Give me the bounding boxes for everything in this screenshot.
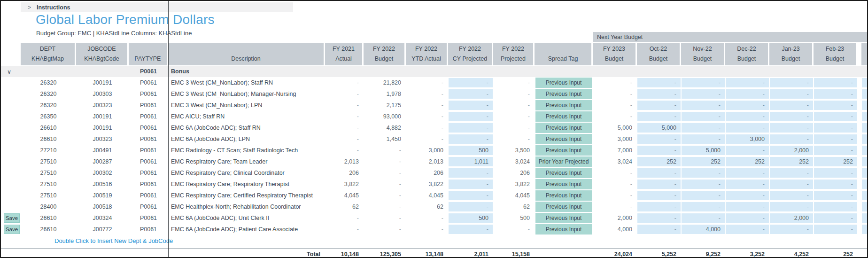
month-budget-input-cell[interactable]: 5,000 <box>637 123 681 133</box>
month-budget-input-cell[interactable]: - <box>726 112 769 121</box>
month-budget-input-cell[interactable]: - <box>814 134 857 144</box>
month-budget-input-cell[interactable]: - <box>814 146 857 155</box>
month-budget-input-cell[interactable]: - <box>814 123 857 133</box>
month-budget-input-cell[interactable]: - <box>637 191 681 200</box>
month-budget-input-partial[interactable] <box>862 134 868 144</box>
month-budget-input-cell[interactable]: - <box>814 89 857 99</box>
instructions-section-header[interactable]: > Instructions <box>21 2 293 12</box>
cy-projected-input-cell[interactable]: 500 <box>449 213 493 223</box>
save-button[interactable]: Save <box>4 213 20 223</box>
spread-tag-cell[interactable]: Previous Input <box>535 111 592 122</box>
month-budget-input-cell[interactable]: - <box>726 146 769 155</box>
month-budget-input-cell[interactable]: - <box>770 123 813 133</box>
month-budget-input-cell[interactable]: - <box>726 191 769 200</box>
month-budget-input-cell[interactable]: - <box>814 78 857 87</box>
spread-tag-cell[interactable]: Previous Input <box>535 179 592 189</box>
month-budget-input-cell[interactable]: - <box>682 213 725 223</box>
month-budget-input-cell[interactable]: - <box>770 112 813 121</box>
month-budget-input-cell[interactable]: - <box>726 202 769 211</box>
month-budget-input-cell[interactable]: - <box>682 101 725 110</box>
month-budget-input-cell[interactable]: - <box>637 89 681 99</box>
cy-projected-input-cell[interactable]: - <box>449 225 493 234</box>
spread-tag-cell[interactable]: Prior Year Projected <box>535 156 592 167</box>
month-budget-input-cell[interactable]: - <box>637 213 681 223</box>
month-budget-input-cell[interactable]: - <box>726 213 769 223</box>
month-budget-input-cell[interactable]: 5,000 <box>682 146 725 155</box>
month-budget-input-cell[interactable]: 252 <box>726 157 769 166</box>
cy-projected-input-cell[interactable]: - <box>449 101 493 110</box>
month-budget-input-cell[interactable]: - <box>682 123 725 133</box>
cy-projected-input-cell[interactable]: - <box>449 134 493 144</box>
month-budget-input-cell[interactable]: - <box>637 134 681 144</box>
month-budget-input-cell[interactable]: - <box>682 89 725 99</box>
cy-projected-input-cell[interactable]: - <box>449 89 493 99</box>
month-budget-input-cell[interactable]: - <box>770 78 813 87</box>
cy-projected-input-cell[interactable]: - <box>449 123 493 133</box>
month-budget-input-cell[interactable]: 252 <box>682 157 725 166</box>
month-budget-input-cell[interactable]: 2,000 <box>770 213 813 223</box>
month-budget-input-cell[interactable]: - <box>770 191 813 200</box>
month-budget-input-cell[interactable]: - <box>770 225 813 234</box>
month-budget-input-cell[interactable]: - <box>637 168 681 178</box>
month-budget-input-cell[interactable]: - <box>770 134 813 144</box>
month-budget-input-cell[interactable]: - <box>814 213 857 223</box>
month-budget-input-cell[interactable]: 252 <box>637 157 681 166</box>
spread-tag-cell[interactable]: Previous Input <box>535 100 592 110</box>
month-budget-input-partial[interactable] <box>862 168 868 178</box>
month-budget-input-cell[interactable]: - <box>637 202 681 211</box>
cy-projected-input-cell[interactable]: - <box>449 112 493 121</box>
month-budget-input-cell[interactable]: - <box>814 101 857 110</box>
month-budget-input-cell[interactable]: - <box>770 180 813 189</box>
month-budget-input-cell[interactable]: 252 <box>770 157 813 166</box>
month-budget-input-cell[interactable]: - <box>682 180 725 189</box>
month-budget-input-cell[interactable]: 252 <box>814 157 857 166</box>
month-budget-input-cell[interactable]: - <box>682 112 725 121</box>
month-budget-input-partial[interactable] <box>862 157 868 166</box>
spread-tag-cell[interactable]: Previous Input <box>535 145 592 156</box>
spread-tag-cell[interactable]: Previous Input <box>535 190 592 201</box>
month-budget-input-partial[interactable] <box>862 101 868 110</box>
month-budget-input-cell[interactable]: - <box>814 191 857 200</box>
collapse-chevron-icon[interactable]: ∨ <box>1 66 21 77</box>
cy-projected-input-cell[interactable]: - <box>449 168 493 178</box>
month-budget-input-partial[interactable] <box>862 213 868 223</box>
month-budget-input-partial[interactable] <box>862 78 868 87</box>
freeze-pane-divider[interactable] <box>168 1 169 257</box>
spread-tag-cell[interactable]: Previous Input <box>535 168 592 178</box>
month-budget-input-partial[interactable] <box>862 123 868 133</box>
month-budget-input-cell[interactable]: - <box>637 112 681 121</box>
month-budget-input-cell[interactable]: - <box>726 180 769 189</box>
month-budget-input-partial[interactable] <box>862 191 868 200</box>
month-budget-input-partial[interactable] <box>862 146 868 155</box>
month-budget-input-cell[interactable]: - <box>637 180 681 189</box>
month-budget-input-partial[interactable] <box>862 112 868 121</box>
month-budget-input-cell[interactable]: - <box>814 168 857 178</box>
month-budget-input-partial[interactable] <box>862 202 868 211</box>
month-budget-input-cell[interactable]: 3,000 <box>726 134 769 144</box>
cy-projected-input-cell[interactable]: - <box>449 78 493 87</box>
month-budget-input-cell[interactable]: 4,000 <box>682 225 725 234</box>
month-budget-input-cell[interactable]: - <box>770 168 813 178</box>
month-budget-input-cell[interactable]: - <box>682 168 725 178</box>
month-budget-input-cell[interactable]: - <box>637 78 681 87</box>
month-budget-input-cell[interactable]: - <box>682 191 725 200</box>
month-budget-input-cell[interactable]: - <box>637 101 681 110</box>
month-budget-input-partial[interactable] <box>862 89 868 99</box>
month-budget-input-cell[interactable]: - <box>726 89 769 99</box>
month-budget-input-cell[interactable]: - <box>814 112 857 121</box>
month-budget-input-cell[interactable]: - <box>637 225 681 234</box>
spread-tag-cell[interactable]: Previous Input <box>535 213 592 223</box>
month-budget-input-cell[interactable]: - <box>726 123 769 133</box>
cy-projected-input-cell[interactable]: - <box>449 202 493 211</box>
month-budget-input-cell[interactable]: - <box>814 180 857 189</box>
cy-projected-input-cell[interactable]: 1,011 <box>449 157 493 166</box>
month-budget-input-cell[interactable]: - <box>770 101 813 110</box>
month-budget-input-cell[interactable]: - <box>726 225 769 234</box>
month-budget-input-cell[interactable]: - <box>726 101 769 110</box>
month-budget-input-cell[interactable]: - <box>814 225 857 234</box>
cy-projected-input-cell[interactable]: 500 <box>449 146 493 155</box>
spread-tag-cell[interactable]: Previous Input <box>535 134 592 144</box>
spread-tag-cell[interactable]: Previous Input <box>535 78 592 88</box>
spread-tag-cell[interactable]: Previous Input <box>535 89 592 99</box>
month-budget-input-cell[interactable]: - <box>814 202 857 211</box>
